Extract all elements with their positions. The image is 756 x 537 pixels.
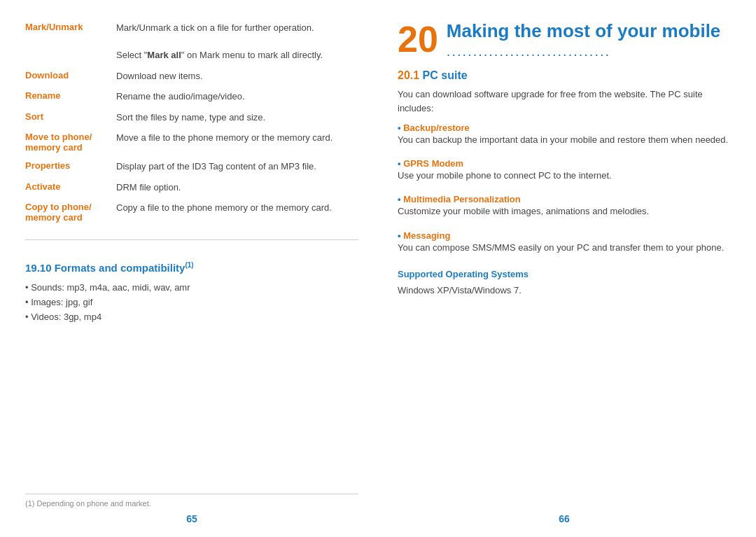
section-1910-title: 19.10 Formats and compatibility xyxy=(25,262,185,274)
pc-suite-num: 20.1 xyxy=(398,69,419,81)
supported-os-text: Windows XP/Vista/Windows 7. xyxy=(398,284,731,298)
term-row-move: Move to phone/ memory card Move a file t… xyxy=(25,131,358,153)
feature-messaging: Messaging You can compose SMS/MMS easily… xyxy=(398,230,731,255)
right-page-footer: 66 xyxy=(398,513,731,524)
term-label-mark: Mark/Unmark xyxy=(25,21,116,32)
term-def-properties: Display part of the ID3 Tag content of a… xyxy=(116,160,358,174)
term-row-properties: Properties Display part of the ID3 Tag c… xyxy=(25,160,358,174)
term-table: Mark/Unmark Mark/Unmark a tick on a file… xyxy=(25,21,358,230)
term-label-activate: Activate xyxy=(25,181,116,192)
mark-extra-text: Select "Mark all" on Mark menu to mark a… xyxy=(116,50,323,60)
footnote-text: (1) Depending on phone and market. xyxy=(25,499,151,508)
feature-backup: Backup/restore You can backup the import… xyxy=(398,123,731,147)
term-row-sort: Sort Sort the files by name, type and si… xyxy=(25,111,358,125)
term-label-rename: Rename xyxy=(25,90,116,101)
feature-multimedia-desc: Customize your mobile with images, anima… xyxy=(398,206,649,216)
formats-list: Sounds: mp3, m4a, aac, midi, wav, amr Im… xyxy=(25,281,358,324)
left-page-footer: 65 xyxy=(25,513,358,524)
feature-gprs-label: GPRS Modem xyxy=(403,158,463,169)
section-1910-heading: 19.10 Formats and compatibility(1) xyxy=(25,261,358,274)
format-videos: Videos: 3gp, mp4 xyxy=(25,310,358,325)
chapter-header: 20 Making the most of your mobile ......… xyxy=(398,21,731,60)
left-footnote: (1) Depending on phone and market. xyxy=(25,494,358,509)
term-row-copy: Copy to phone/ memory card Copy a file t… xyxy=(25,201,358,223)
feature-messaging-desc: You can compose SMS/MMS easily on your P… xyxy=(398,242,724,253)
term-def-download: Download new items. xyxy=(116,69,358,83)
format-sounds: Sounds: mp3, m4a, aac, midi, wav, amr xyxy=(25,281,358,295)
term-row-activate: Activate DRM file option. xyxy=(25,181,358,195)
left-page: Mark/Unmark Mark/Unmark a tick on a file… xyxy=(0,0,378,537)
term-label-copy: Copy to phone/ memory card xyxy=(25,201,116,223)
mark-def-text: Mark/Unmark a tick on a file for further… xyxy=(116,22,314,33)
format-images: Images: jpg, gif xyxy=(25,295,358,310)
feature-gprs: GPRS Modem Use your mobile phone to conn… xyxy=(398,158,731,183)
term-label-move: Move to phone/ memory card xyxy=(25,131,116,153)
term-def-copy: Copy a file to the phone memory or the m… xyxy=(116,201,358,215)
term-def-move: Move a file to the phone memory or the m… xyxy=(116,131,358,145)
feature-messaging-label: Messaging xyxy=(403,230,450,241)
feature-gprs-desc: Use your mobile phone to connect PC to t… xyxy=(398,170,612,181)
left-divider xyxy=(25,239,358,240)
chapter-number: 20 xyxy=(398,21,438,57)
term-row-rename: Rename Rename the audio/image/video. xyxy=(25,90,358,104)
term-label-properties: Properties xyxy=(25,160,116,171)
chapter-title-block: Making the most of your mobile .........… xyxy=(447,21,720,60)
feature-backup-desc: You can backup the important data in you… xyxy=(398,134,728,145)
supported-os-heading: Supported Operating Systems xyxy=(398,269,731,279)
feature-multimedia: Multimedia Personalization Customize you… xyxy=(398,194,731,218)
chapter-title: Making the most of your mobile xyxy=(447,21,720,42)
pc-suite-intro: You can download software upgrade for fr… xyxy=(398,88,731,116)
pc-suite-title-text: PC suite xyxy=(423,69,468,81)
term-row-mark: Mark/Unmark Mark/Unmark a tick on a file… xyxy=(25,21,358,62)
pc-suite-heading: 20.1 PC suite xyxy=(398,69,731,82)
feature-backup-label: Backup/restore xyxy=(403,123,470,133)
term-def-rename: Rename the audio/image/video. xyxy=(116,90,358,104)
term-def-sort: Sort the files by name, type and size. xyxy=(116,111,358,125)
term-label-download: Download xyxy=(25,69,116,81)
term-row-download: Download Download new items. xyxy=(25,69,358,83)
section-superscript: (1) xyxy=(185,261,193,269)
term-def-mark: Mark/Unmark a tick on a file for further… xyxy=(116,21,358,62)
feature-multimedia-label: Multimedia Personalization xyxy=(403,194,521,204)
chapter-dots: ............................... xyxy=(447,43,720,60)
right-page: 20 Making the most of your mobile ......… xyxy=(378,0,756,537)
right-page-number: 66 xyxy=(559,513,570,524)
term-label-sort: Sort xyxy=(25,111,116,122)
term-def-activate: DRM file option. xyxy=(116,181,358,195)
left-page-number: 65 xyxy=(186,513,197,524)
